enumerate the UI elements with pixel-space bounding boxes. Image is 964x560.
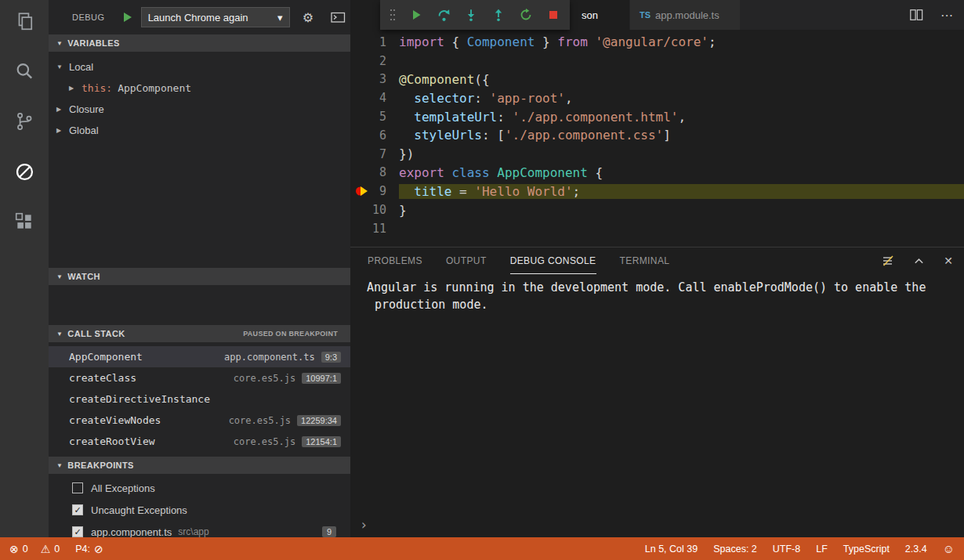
magnifier-icon (14, 61, 34, 81)
variable-scope-row[interactable]: ▶Closure (49, 99, 350, 120)
restart-button[interactable] (519, 8, 533, 22)
line-number: 6 (379, 128, 386, 143)
debug-console-prompt-icon[interactable]: › (360, 517, 368, 533)
code-line[interactable]: 1import { Component } from '@angular/cor… (350, 33, 964, 52)
p4-label: P4: (75, 544, 90, 555)
breakpoint-detail: src\app (178, 526, 208, 537)
code-line[interactable]: 11 (350, 219, 964, 238)
launch-config-dropdown[interactable]: Launch Chrome again ▾ (141, 7, 290, 27)
split-editor-icon[interactable] (909, 8, 923, 22)
configure-gear-icon[interactable]: ⚙ (303, 10, 313, 25)
editor-actions: ⋯ (909, 0, 964, 30)
maximize-panel-icon[interactable] (913, 255, 925, 267)
more-actions-icon[interactable]: ⋯ (940, 8, 953, 23)
feedback-smiley-icon[interactable]: ☺ (943, 543, 955, 555)
code-editor[interactable]: 1import { Component } from '@angular/cor… (350, 30, 964, 247)
line-content: } (399, 203, 964, 218)
close-panel-icon[interactable]: ✕ (944, 255, 953, 267)
scm-status[interactable]: P4: ⊘ (75, 544, 103, 555)
panel-tab-terminal[interactable]: TERMINAL (620, 247, 670, 274)
editor-area: son TS app.module.ts ⋯ (350, 0, 964, 537)
gutter: 11 (350, 222, 399, 236)
breakpoint-checkbox[interactable] (72, 482, 83, 493)
gutter: 3 (350, 72, 399, 86)
step-into-button[interactable] (464, 8, 478, 22)
explorer-icon[interactable] (5, 11, 43, 31)
breakpoint-checkbox[interactable]: ✓ (72, 504, 83, 515)
callstack-frame[interactable]: createViewNodescore.es5.js12259:34 (49, 410, 350, 431)
line-content: selector: 'app-root', (399, 91, 964, 106)
launch-config-label: Launch Chrome again (148, 12, 248, 23)
breakpoints-section-header[interactable]: ▼ BREAKPOINTS (49, 457, 350, 474)
step-out-button[interactable] (491, 8, 506, 22)
code-line[interactable]: 6 styleUrls: ['./app.component.css'] (350, 126, 964, 145)
warning-count[interactable]: ⚠ 0 (41, 544, 60, 555)
watch-section-header[interactable]: ▼ WATCH (49, 268, 350, 285)
code-line[interactable]: 10} (350, 201, 964, 219)
frame-name: AppComponent (69, 351, 143, 363)
gutter: 9 (350, 184, 399, 198)
indentation[interactable]: Spaces: 2 (713, 544, 757, 555)
code-line[interactable]: 2 (350, 52, 964, 70)
frame-name: createClass (69, 372, 136, 384)
callstack-section-title: CALL STACK (67, 329, 125, 338)
code-line[interactable]: 9 title = 'Hello World'; (350, 182, 964, 201)
scope-label: Global (69, 125, 99, 136)
language-mode[interactable]: TypeScript (843, 544, 890, 555)
cursor-position[interactable]: Ln 5, Col 39 (645, 544, 698, 555)
source-control-icon[interactable] (5, 111, 43, 132)
editor-tab-app-module[interactable]: TS app.module.ts (629, 0, 740, 30)
panel-tab-output[interactable]: OUTPUT (446, 247, 487, 274)
callstack-section-header[interactable]: ▼ CALL STACK PAUSED ON BREAKPOINT (49, 325, 350, 342)
play-icon (410, 9, 422, 21)
frame-meta: core.es5.js10997:1 (234, 373, 341, 384)
variable-scope-row[interactable]: ▶Global (49, 120, 350, 141)
code-line[interactable]: 4 selector: 'app-root', (350, 89, 964, 107)
status-right: Ln 5, Col 39 Spaces: 2 UTF-8 LF TypeScri… (645, 543, 955, 555)
chevron-expanded-icon: ▼ (56, 63, 69, 70)
code-line[interactable]: 5 templateUrl: './app.component.html', (350, 107, 964, 126)
debug-icon[interactable] (5, 161, 43, 182)
typescript-version[interactable]: 2.3.4 (905, 544, 927, 555)
callstack-frame[interactable]: createRootViewcore.es5.js12154:1 (49, 431, 350, 452)
code-line[interactable]: 3@Component({ (350, 70, 964, 89)
frame-file: core.es5.js (234, 436, 295, 447)
code-line[interactable]: 7}) (350, 145, 964, 164)
tab-label: app.module.ts (655, 9, 719, 21)
variable-name: this: (82, 82, 112, 94)
error-count[interactable]: ⊗ 0 (9, 544, 28, 555)
open-debug-console-icon[interactable] (331, 11, 346, 23)
breakpoint-row[interactable]: ✓Uncaught Exceptions (49, 499, 350, 521)
eol-sequence[interactable]: LF (816, 544, 828, 555)
breakpoint-checkbox[interactable]: ✓ (72, 526, 83, 537)
toolbar-drag-grip[interactable] (390, 8, 396, 22)
extensions-icon[interactable] (5, 211, 43, 232)
breakpoint-row[interactable]: All Exceptions (49, 477, 350, 499)
clear-console-icon[interactable] (882, 255, 894, 267)
continue-button[interactable] (409, 8, 423, 22)
step-over-button[interactable] (437, 8, 451, 22)
frame-line-badge: 10997:1 (302, 373, 341, 384)
error-icon: ⊗ (9, 544, 19, 555)
chevron-up-icon (913, 255, 925, 267)
line-number: 2 (379, 54, 386, 68)
error-count-value: 0 (23, 544, 28, 555)
chevron-expanded-icon: ▼ (56, 462, 63, 469)
line-number: 7 (379, 147, 386, 161)
dropdown-arrow-icon: ▾ (277, 12, 283, 23)
frame-line-badge: 9:3 (321, 352, 341, 363)
breakpoint-row[interactable]: ✓app.component.tssrc\app9 (49, 521, 350, 537)
variables-section-header[interactable]: ▼ VARIABLES (49, 34, 350, 52)
callstack-frame[interactable]: createDirectiveInstance (49, 388, 350, 410)
panel-tab-debug-console[interactable]: DEBUG CONSOLE (510, 247, 596, 274)
variable-row[interactable]: ▶this:AppComponent (49, 78, 350, 99)
code-line[interactable]: 8export class AppComponent { (350, 164, 964, 182)
variable-scope-row[interactable]: ▼Local (49, 56, 350, 78)
search-icon[interactable] (5, 61, 43, 81)
encoding[interactable]: UTF-8 (773, 544, 800, 555)
stop-button[interactable] (546, 8, 560, 22)
panel-tab-problems[interactable]: PROBLEMS (368, 247, 422, 274)
start-debug-button[interactable] (124, 13, 132, 22)
callstack-frame[interactable]: createClasscore.es5.js10997:1 (49, 367, 350, 388)
callstack-frame[interactable]: AppComponentapp.component.ts9:3 (49, 346, 350, 367)
